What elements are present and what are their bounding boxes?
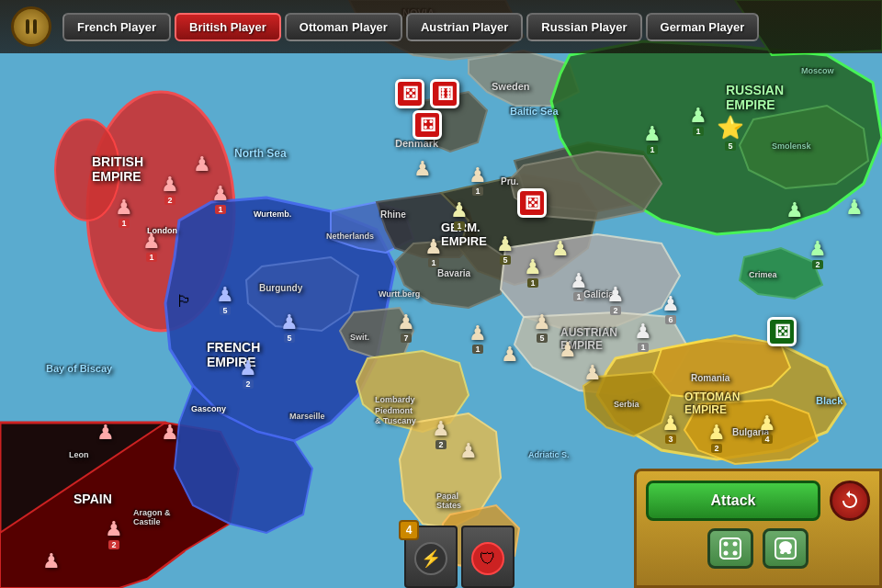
unit-austrian-4: ♟ 6 bbox=[662, 294, 680, 324]
action-badge: 4 bbox=[399, 520, 419, 540]
dice-button[interactable] bbox=[707, 528, 753, 569]
attack-button[interactable]: Attack bbox=[646, 481, 820, 521]
unit-german-1: ♟ 1 bbox=[450, 200, 469, 231]
unit-russian-4: ♟ 2 bbox=[808, 239, 827, 269]
unit-spain-1: ♟ bbox=[96, 423, 115, 443]
svg-point-34 bbox=[724, 551, 729, 556]
dice-2: ⚅ bbox=[430, 79, 459, 108]
unit-spain-3: ♟ bbox=[42, 551, 61, 571]
unit-british-3: ♟ bbox=[193, 154, 211, 175]
unit-spain-4: ♟ 2 bbox=[105, 519, 123, 549]
unit-ottoman-3: ♟ 4 bbox=[758, 413, 776, 444]
unit-german-2: ♟ 5 bbox=[496, 234, 514, 265]
unit-german-3: ♟ 1 bbox=[524, 257, 542, 288]
unit-british-4: ♟ 1 bbox=[211, 184, 230, 214]
unit-misc-11: ♟ bbox=[459, 441, 478, 461]
unit-british-5: ♟ 1 bbox=[142, 232, 161, 262]
austrian-player-tab[interactable]: Austrian Player bbox=[406, 13, 523, 41]
unit-ottoman-2: ♟ 2 bbox=[707, 423, 726, 453]
unit-misc-5: ♟ 1 bbox=[469, 323, 487, 354]
unit-french-flag: 🏳 bbox=[176, 292, 193, 311]
dice-4: ⚄ bbox=[517, 188, 547, 218]
unit-german-4: ♟ bbox=[551, 239, 570, 259]
unit-misc-3: ♟ 1 bbox=[424, 237, 443, 267]
unit-french-2: ♟ 5 bbox=[280, 312, 299, 343]
dice-3: ⚃ bbox=[413, 110, 442, 140]
dice-5: ⚄ bbox=[767, 317, 797, 346]
shield-icon: 🛡 bbox=[471, 542, 504, 575]
svg-point-39 bbox=[784, 552, 787, 556]
lightning-icon: ⚡ bbox=[414, 542, 447, 575]
svg-point-35 bbox=[733, 551, 738, 556]
action-box-2[interactable]: 🛡 bbox=[461, 526, 514, 588]
bottom-icons-row bbox=[646, 528, 870, 569]
top-bar: French Player British Player Ottoman Pla… bbox=[0, 0, 882, 53]
bottom-panel: Attack bbox=[634, 469, 882, 588]
svg-point-4 bbox=[55, 119, 119, 220]
undo-button[interactable] bbox=[830, 481, 870, 521]
unit-russian-2: ♟ 1 bbox=[689, 106, 707, 136]
unit-misc-8: ♟ bbox=[559, 340, 577, 360]
helmet-button[interactable] bbox=[763, 528, 808, 569]
unit-misc-2: ♟ 1 bbox=[469, 165, 487, 196]
unit-french-3: ♟ 2 bbox=[239, 358, 257, 389]
unit-russian-1: ♟ 1 bbox=[643, 124, 662, 154]
svg-point-33 bbox=[733, 542, 738, 547]
german-player-tab[interactable]: German Player bbox=[646, 13, 760, 41]
unit-austrian-3: ♟ 1 bbox=[634, 322, 652, 352]
unit-russian-5: ♟ bbox=[845, 198, 864, 218]
ottoman-player-tab[interactable]: Ottoman Player bbox=[285, 13, 402, 41]
unit-ottoman-1: ♟ 3 bbox=[662, 413, 680, 444]
unit-russian-3: ♟ bbox=[786, 200, 804, 220]
unit-misc-6: ♟ bbox=[501, 345, 519, 365]
unit-british-1: ♟ 1 bbox=[115, 198, 133, 228]
svg-point-32 bbox=[724, 542, 729, 547]
french-player-tab[interactable]: French Player bbox=[62, 13, 171, 41]
pause-button[interactable] bbox=[11, 6, 51, 47]
unit-misc-10: ♟ 2 bbox=[432, 419, 450, 449]
unit-misc-7: ♟ 5 bbox=[533, 312, 551, 343]
unit-spain-2: ♟ bbox=[161, 423, 179, 443]
unit-misc-1: ♟ bbox=[413, 159, 432, 179]
unit-austrian-1: ♟ 1 bbox=[570, 271, 588, 301]
russian-player-tab[interactable]: Russian Player bbox=[526, 13, 641, 41]
unit-austrian-2: ♟ 2 bbox=[606, 285, 625, 315]
british-player-tab[interactable]: British Player bbox=[175, 13, 281, 41]
dice-1: ⚄ bbox=[395, 79, 424, 108]
unit-russian-star: ⭐ 5 bbox=[717, 115, 744, 151]
bottom-action-panel: 4 ⚡ 🛡 bbox=[404, 505, 524, 588]
action-box-1[interactable]: 4 ⚡ bbox=[404, 526, 458, 588]
attack-row: Attack bbox=[646, 481, 870, 521]
game-container: BRITISHEMPIRE FRENCHEMPIRE GERM.EMPIRE R… bbox=[0, 0, 882, 588]
svg-rect-31 bbox=[720, 538, 741, 559]
unit-misc-9: ♟ bbox=[583, 363, 602, 383]
unit-misc-4: ♟ 7 bbox=[397, 312, 415, 343]
unit-british-2: ♟ 2 bbox=[161, 175, 179, 205]
unit-french-1: ♟ 5 bbox=[216, 285, 234, 315]
